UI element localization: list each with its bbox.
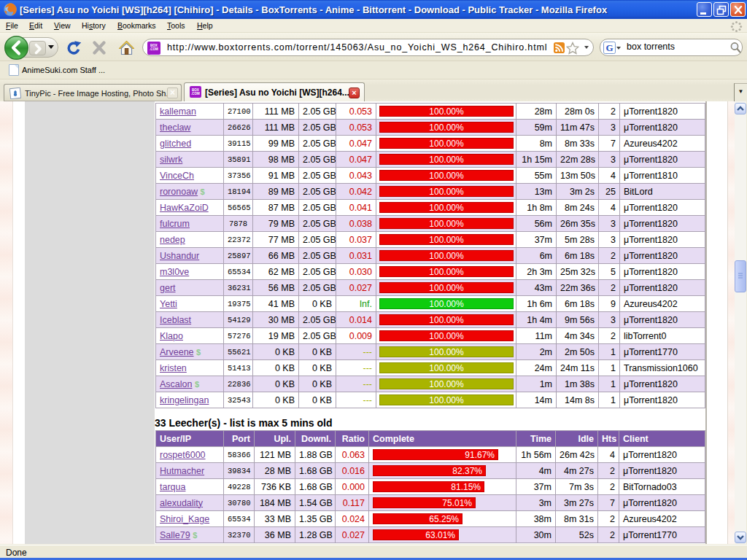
svg-text:G: G xyxy=(605,42,613,53)
